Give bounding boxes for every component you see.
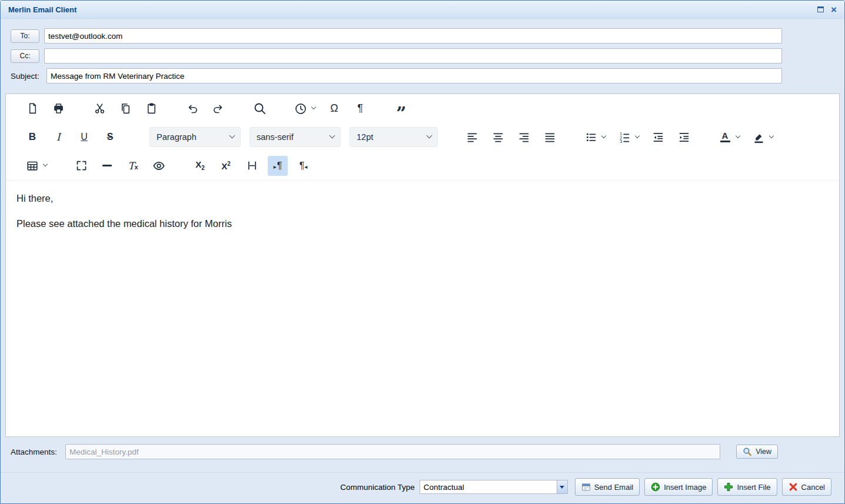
combo-trigger-button[interactable] <box>557 480 567 493</box>
align-left-button[interactable] <box>462 127 482 147</box>
insert-datetime-button[interactable] <box>291 99 311 119</box>
cancel-label: Cancel <box>801 483 825 492</box>
preview-button[interactable] <box>149 156 169 176</box>
message-header-form: To: Cc: Subject: <box>1 19 844 88</box>
chevron-down-icon[interactable] <box>635 133 640 138</box>
redo-button[interactable] <box>208 99 228 119</box>
chevron-down-icon[interactable] <box>311 105 316 109</box>
special-character-button[interactable]: Ω <box>324 99 344 119</box>
cancel-button[interactable]: Cancel <box>782 478 831 496</box>
text-color-split-button[interactable]: A <box>715 127 743 147</box>
superscript-icon: X2 <box>221 161 231 171</box>
insert-datetime-split-button[interactable] <box>291 99 318 119</box>
editor-paragraph: Hi there, <box>16 192 829 205</box>
cc-button[interactable]: Cc: <box>11 49 39 63</box>
to-input[interactable] <box>44 28 782 44</box>
background-color-split-button[interactable] <box>748 127 776 147</box>
strikethrough-button[interactable]: S <box>100 127 120 147</box>
cut-button[interactable] <box>89 99 109 119</box>
increase-indent-button[interactable] <box>674 127 694 147</box>
blockquote-icon: ” <box>396 104 406 114</box>
footer-bar: Communication Type Contractual Send Emai… <box>1 472 844 503</box>
search-button[interactable] <box>249 99 270 119</box>
close-button[interactable]: × <box>829 5 839 14</box>
background-color-button[interactable] <box>748 127 769 147</box>
communication-type-value: Contractual <box>420 480 557 493</box>
align-justify-button[interactable] <box>540 127 560 147</box>
editor-content[interactable]: Hi there, Please see attached the medica… <box>6 181 839 436</box>
numbered-list-button[interactable]: 123 <box>614 127 634 147</box>
align-right-button[interactable] <box>514 127 534 147</box>
restore-icon <box>817 6 824 12</box>
new-document-button[interactable] <box>22 99 42 119</box>
ltr-icon: ▸¶ <box>274 161 282 171</box>
text-color-button[interactable]: A <box>715 127 735 147</box>
to-button[interactable]: To: <box>11 29 39 43</box>
align-center-button[interactable] <box>488 127 508 147</box>
clear-formatting-button[interactable]: Tx <box>123 156 143 176</box>
strikethrough-icon: S <box>107 132 114 142</box>
align-justify-icon <box>544 131 556 143</box>
print-icon <box>52 102 65 115</box>
bold-button[interactable]: B <box>22 127 42 147</box>
print-button[interactable] <box>48 99 68 119</box>
copy-button[interactable] <box>115 99 135 119</box>
block-format-select[interactable]: Paragraph <box>149 127 241 147</box>
insert-file-button[interactable]: Insert File <box>717 478 777 496</box>
blockquote-button[interactable]: ” <box>391 99 411 119</box>
decrease-indent-button[interactable] <box>648 127 668 147</box>
undo-button[interactable] <box>182 99 202 119</box>
editor-toolbar-row2: B I U S Paragraph sans-serif 12pt <box>6 123 839 151</box>
rtl-direction-button[interactable]: ¶◂ <box>294 156 314 176</box>
chevron-down-icon[interactable] <box>769 133 774 138</box>
font-size-value: 12pt <box>357 132 373 142</box>
titlebar[interactable]: Merlin Email Client × <box>1 1 844 19</box>
fullscreen-button[interactable] <box>71 156 91 176</box>
restore-button[interactable] <box>816 5 825 14</box>
chevron-down-icon[interactable] <box>601 133 606 138</box>
show-invisible-characters-button[interactable]: ¶ <box>350 99 370 119</box>
font-size-select[interactable]: 12pt <box>350 127 438 147</box>
subscript-icon: X2 <box>195 160 205 171</box>
superscript-button[interactable]: X2 <box>216 156 236 176</box>
paste-button[interactable] <box>141 99 161 119</box>
page-break-icon <box>246 159 258 172</box>
window-title: Merlin Email Client <box>8 5 816 14</box>
font-family-select[interactable]: sans-serif <box>249 127 341 147</box>
subject-label: Subject: <box>11 72 46 81</box>
dropdown-arrow-icon <box>560 486 564 489</box>
horizontal-rule-button[interactable] <box>97 156 117 176</box>
attachments-row: Attachments: View <box>11 444 778 459</box>
table-button[interactable] <box>22 156 42 176</box>
italic-icon: I <box>56 131 61 143</box>
numbered-list-split-button[interactable]: 123 <box>614 127 642 147</box>
bullet-list-button[interactable] <box>581 127 601 147</box>
bullet-list-split-button[interactable] <box>581 127 608 147</box>
italic-button[interactable]: I <box>48 127 68 147</box>
cc-input[interactable] <box>44 48 782 64</box>
communication-type-label: Communication Type <box>340 483 415 492</box>
insert-image-button[interactable]: Insert Image <box>644 478 713 496</box>
bullet-list-icon <box>585 131 597 143</box>
chevron-down-icon[interactable] <box>736 133 740 138</box>
rich-text-editor: Ω ¶ ” B I U S Paragraph sans-serif 12pt <box>5 94 840 437</box>
send-email-button[interactable]: Send Email <box>575 478 640 496</box>
table-split-button[interactable] <box>22 156 50 176</box>
editor-toolbar-row3: Tx X2 X2 ▸¶ ¶◂ <box>6 151 839 181</box>
ltr-direction-button[interactable]: ▸¶ <box>268 156 288 176</box>
clock-icon <box>294 102 307 115</box>
chevron-down-icon[interactable] <box>43 162 48 166</box>
subscript-button[interactable]: X2 <box>190 156 210 176</box>
subject-input[interactable] <box>46 68 782 84</box>
page-break-button[interactable] <box>242 156 262 176</box>
communication-type-select[interactable]: Contractual <box>420 480 568 494</box>
cancel-x-icon <box>789 482 798 492</box>
send-email-icon <box>581 483 591 492</box>
underline-button[interactable]: U <box>74 127 94 147</box>
view-attachment-button[interactable]: View <box>736 445 778 459</box>
view-button-label: View <box>756 448 771 456</box>
eye-icon <box>152 159 165 172</box>
email-client-window: Merlin Email Client × To: Cc: Subject: <box>0 0 845 504</box>
chevron-down-icon <box>330 133 335 139</box>
insert-image-icon <box>651 482 660 492</box>
